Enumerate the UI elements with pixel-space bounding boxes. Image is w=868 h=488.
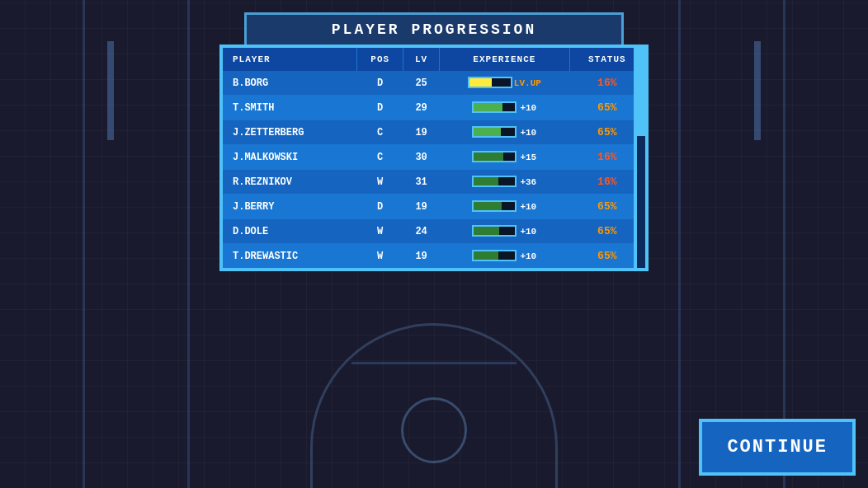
cell-experience: +10 [440,96,569,120]
xp-bar-fill [474,251,498,260]
xp-change-label: +36 [520,177,536,187]
panel-title: PLAYER PROGRESSION [332,21,536,38]
xp-change-label: +10 [520,202,536,212]
xp-bar-container [472,250,517,261]
cell-status: 16% [569,71,644,96]
xp-bar-fill [469,78,493,87]
cell-lv: 25 [403,71,440,96]
cell-player: B.BORG [223,71,357,96]
status-value: 65% [597,250,616,262]
xp-bar-fill [474,227,499,235]
scrollbar-track[interactable] [635,48,645,268]
status-value: 65% [597,225,616,237]
table-header-row: PLAYER POS LV EXPERIENCE STATUS [223,48,645,71]
col-experience: EXPERIENCE [440,48,569,71]
cell-lv: 24 [403,219,440,244]
cell-experience: +10 [440,120,569,145]
cell-player: J.ZETTERBERG [223,120,357,145]
cell-pos: W [357,244,403,269]
cell-pos: D [357,195,403,219]
xp-bar-container [472,176,517,187]
xp-bar-container [468,77,512,88]
cell-experience: +36 [440,170,569,195]
table-panel-wrapper: PLAYER POS LV EXPERIENCE STATUS B.BORGD2… [219,45,649,271]
cell-experience: +10 [440,219,569,244]
xp-bar-fill [474,177,498,185]
xp-change-label: +10 [520,227,536,237]
cell-lv: 19 [403,195,440,219]
table-panel: PLAYER POS LV EXPERIENCE STATUS B.BORGD2… [219,45,649,271]
table-row: R.REZNIKOVW31+3616% [223,170,645,195]
cell-pos: W [357,219,403,244]
cell-player: J.BERRY [223,195,357,219]
backboard-right [754,41,761,140]
cell-experience: +15 [440,145,569,170]
table-row: T.SMITHD29+1065% [223,96,645,120]
table-row: T.DREWASTICW19+1065% [223,244,645,269]
xp-bar-container [472,225,517,237]
cell-lv: 19 [403,244,440,269]
table-row: J.MALKOWSKIC30+1516% [223,145,645,170]
status-value: 65% [597,101,616,114]
foul-line [351,362,517,364]
cell-pos: D [357,96,403,120]
cell-lv: 31 [403,170,440,195]
cell-pos: D [357,71,403,96]
cell-pos: C [357,145,403,170]
cell-player: T.DREWASTIC [223,244,357,269]
xp-bar-container [472,126,517,138]
backboard-left [107,41,114,140]
col-status: STATUS [569,48,644,71]
col-pos: POS [357,48,403,71]
xp-change-label: LV.UP [514,78,541,88]
court-circle [401,397,467,463]
scrollbar-thumb[interactable] [637,48,645,136]
xp-bar-container [472,151,517,162]
cell-status: 65% [569,96,644,120]
xp-change-label: +10 [520,251,536,261]
cell-lv: 19 [403,120,440,145]
status-value: 16% [597,151,616,163]
table-row: B.BORGD25LV.UP16% [223,71,645,96]
court-lane-right [678,0,785,488]
status-value: 16% [597,176,616,188]
cell-experience: LV.UP [440,71,569,96]
xp-bar-fill [474,202,502,210]
cell-lv: 30 [403,145,440,170]
xp-bar-container [472,101,517,113]
status-value: 65% [597,126,616,138]
court-lane-left [83,0,190,488]
cell-lv: 29 [403,96,440,120]
cell-pos: W [357,170,403,195]
cell-experience: +10 [440,244,569,269]
cell-status: 16% [569,145,644,170]
col-player: PLAYER [223,48,357,71]
status-value: 16% [597,77,616,89]
title-bar: PLAYER PROGRESSION [244,12,624,45]
cell-status: 16% [569,170,644,195]
cell-player: J.MALKOWSKI [223,145,357,170]
table-row: J.ZETTERBERGC19+1065% [223,120,645,145]
xp-change-label: +15 [520,152,536,162]
table-row: J.BERRYD19+1065% [223,195,645,219]
cell-status: 65% [569,244,644,269]
main-panel: PLAYER PROGRESSION PLAYER POS LV EXPERIE… [219,12,649,271]
xp-bar-fill [474,152,503,161]
xp-bar-fill [474,128,501,136]
xp-change-label: +10 [520,103,536,113]
table-row: D.DOLEW24+1065% [223,219,645,244]
cell-player: R.REZNIKOV [223,170,357,195]
cell-status: 65% [569,195,644,219]
col-lv: LV [403,48,440,71]
xp-bar-fill [474,103,502,111]
cell-status: 65% [569,120,644,145]
xp-change-label: +10 [520,128,536,138]
cell-status: 65% [569,219,644,244]
cell-experience: +10 [440,195,569,219]
status-value: 65% [597,200,616,213]
progression-table: PLAYER POS LV EXPERIENCE STATUS B.BORGD2… [223,48,645,268]
continue-button[interactable]: CONTINUE [699,419,856,476]
cell-player: D.DOLE [223,219,357,244]
xp-bar-container [472,200,517,212]
cell-player: T.SMITH [223,96,357,120]
